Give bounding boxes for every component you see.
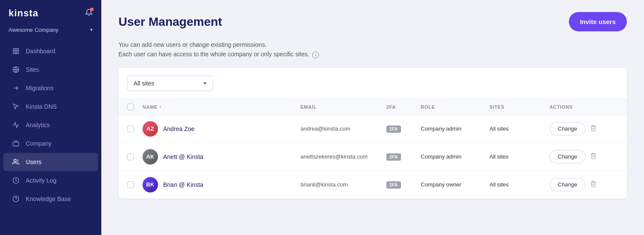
sidebar-item-dashboard[interactable]: Dashboard: [3, 42, 98, 60]
avatar: AK: [143, 149, 158, 165]
invite-users-button[interactable]: Invite users: [569, 12, 627, 31]
analytics-icon: [12, 121, 20, 129]
twofa-badge: 2FA: [386, 181, 401, 189]
sidebar-item-knowledge-base[interactable]: Knowledge Base: [3, 190, 98, 208]
sites-filter-label: All sites: [134, 80, 154, 87]
sidebar-item-users[interactable]: Users: [3, 153, 98, 171]
col-header-name[interactable]: NAME ↑: [143, 104, 301, 110]
role-cell: Company admin: [421, 153, 489, 160]
notifications-bell[interactable]: [85, 9, 93, 18]
actions-cell: Change: [550, 122, 618, 135]
dns-icon: [12, 103, 20, 110]
role-cell: Company owner: [421, 181, 489, 188]
page-title: User Management: [118, 15, 222, 29]
kinsta-logo: kinsta: [9, 8, 39, 19]
row-checkbox[interactable]: [127, 125, 134, 132]
table-row: AZ Andrea Zoe andrea@kinsta.com 2FA Comp…: [118, 115, 627, 143]
svg-rect-3: [13, 52, 15, 54]
col-header-email: EMAIL: [301, 104, 386, 110]
sidebar-item-activity-log-label: Activity Log: [26, 177, 57, 184]
notification-dot: [90, 8, 94, 11]
user-cell: AZ Andrea Zoe: [143, 121, 301, 137]
sidebar-item-migrations-label: Migrations: [26, 85, 54, 92]
twofa-cell: 2FA: [386, 153, 421, 161]
col-header-sites: SITES: [489, 104, 550, 110]
change-button[interactable]: Change: [550, 122, 586, 135]
company-name: Awesome Company: [9, 27, 88, 33]
sidebar-item-sites[interactable]: Sites: [3, 61, 98, 79]
email-cell: brianli@kinsta.com: [301, 181, 386, 188]
col-header-role: ROLE: [421, 104, 489, 110]
col-header-checkbox: [127, 104, 143, 110]
delete-icon[interactable]: [590, 180, 597, 189]
sites-cell: All sites: [489, 181, 550, 188]
user-name: Andrea Zoe: [163, 125, 194, 132]
knowledge-base-icon: [12, 195, 20, 203]
row-checkbox-cell: [127, 181, 143, 188]
table-header: NAME ↑ EMAIL 2FA ROLE SITES ACTIONS: [118, 99, 627, 115]
sidebar-item-analytics[interactable]: Analytics: [3, 116, 98, 134]
user-cell: AK Anett @ Kinsta: [143, 149, 301, 165]
twofa-badge: 2FA: [386, 125, 401, 133]
sites-cell: All sites: [489, 153, 550, 160]
row-checkbox[interactable]: [127, 153, 134, 160]
sidebar-item-users-label: Users: [26, 159, 42, 165]
main-content: User Management Invite users You can add…: [101, 0, 644, 235]
change-button[interactable]: Change: [550, 150, 586, 163]
filter-bar: All sites ▾: [118, 68, 627, 99]
sidebar-item-kinsta-dns[interactable]: Kinsta DNS: [3, 98, 98, 116]
role-cell: Company admin: [421, 125, 489, 132]
company-selector[interactable]: Awesome Company ▾: [0, 24, 101, 40]
svg-rect-6: [13, 142, 18, 146]
sidebar: kinsta Awesome Company ▾ Dashboard Sites: [0, 0, 101, 235]
user-cell: BK Brian @ Kinsta: [143, 177, 301, 192]
sidebar-item-activity-log[interactable]: Activity Log: [3, 171, 98, 189]
dashboard-icon: [12, 47, 20, 55]
twofa-cell: 2FA: [386, 180, 421, 189]
sidebar-item-analytics-label: Analytics: [26, 122, 50, 128]
svg-rect-0: [13, 49, 15, 51]
sidebar-item-company[interactable]: Company: [3, 134, 98, 153]
user-name: Anett @ Kinsta: [163, 153, 204, 160]
description-line1: You can add new users or change existing…: [118, 40, 627, 49]
info-icon: i: [312, 52, 319, 58]
sidebar-header: kinsta: [0, 0, 101, 24]
sites-cell: All sites: [489, 125, 550, 132]
row-checkbox-cell: [127, 153, 143, 160]
delete-icon[interactable]: [590, 153, 597, 161]
migrations-icon: [12, 84, 20, 92]
users-table-panel: All sites ▾ NAME ↑ EMAIL 2FA ROLE SITES …: [118, 68, 627, 198]
sidebar-item-knowledge-base-label: Knowledge Base: [26, 195, 71, 202]
nav-items: Dashboard Sites Migrations Kinsta DNS An: [0, 40, 101, 235]
col-header-2fa: 2FA: [386, 104, 421, 110]
sidebar-item-sites-label: Sites: [26, 66, 39, 73]
avatar: AZ: [143, 121, 158, 137]
sidebar-item-kinsta-dns-label: Kinsta DNS: [26, 103, 57, 110]
user-name: Brian @ Kinsta: [163, 181, 204, 188]
top-bar: User Management Invite users: [101, 0, 644, 40]
change-button[interactable]: Change: [550, 178, 586, 191]
sort-arrow-icon: ↑: [159, 104, 162, 109]
sidebar-item-migrations[interactable]: Migrations: [3, 79, 98, 97]
twofa-badge: 2FA: [386, 153, 401, 161]
svg-point-7: [14, 159, 16, 162]
select-chevron-icon: ▾: [204, 80, 207, 86]
sites-filter-select[interactable]: All sites ▾: [127, 76, 213, 91]
sidebar-item-dashboard-label: Dashboard: [26, 48, 55, 55]
row-checkbox[interactable]: [127, 181, 134, 188]
sites-icon: [12, 66, 20, 73]
company-icon: [12, 140, 20, 147]
row-checkbox-cell: [127, 125, 143, 132]
chevron-down-icon: ▾: [90, 27, 93, 33]
svg-rect-2: [16, 52, 18, 54]
table-body: AZ Andrea Zoe andrea@kinsta.com 2FA Comp…: [118, 115, 627, 198]
description-line2: Each user can have access to the whole c…: [118, 49, 627, 59]
col-header-actions: ACTIONS: [550, 104, 618, 110]
select-all-checkbox[interactable]: [127, 104, 134, 110]
table-row: AK Anett @ Kinsta anettszekeres@kinsta.c…: [118, 143, 627, 171]
sidebar-item-company-label: Company: [26, 140, 52, 147]
page-description: You can add new users or change existing…: [101, 40, 644, 68]
actions-cell: Change: [550, 178, 618, 191]
table-row: BK Brian @ Kinsta brianli@kinsta.com 2FA…: [118, 171, 627, 198]
delete-icon[interactable]: [590, 125, 597, 133]
